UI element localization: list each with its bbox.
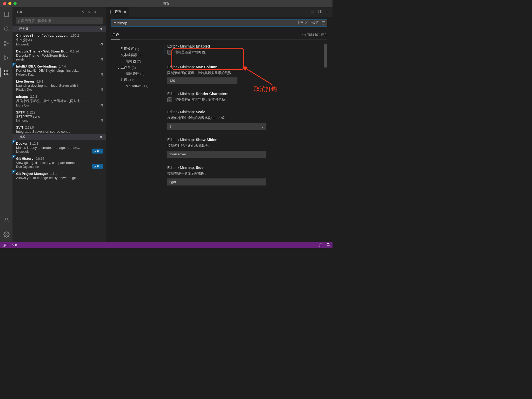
- toc-item[interactable]: 缩略图 (7): [111, 58, 163, 64]
- extension-version: 1.4.4: [59, 65, 66, 68]
- extension-version: 2.13.5: [25, 126, 34, 129]
- more-icon[interactable]: ···: [100, 10, 102, 14]
- svg-point-0: [4, 27, 8, 30]
- manage-extension-icon[interactable]: ⚙: [100, 134, 103, 134]
- svg-point-3: [8, 43, 9, 44]
- maximize-window-icon[interactable]: [14, 2, 17, 5]
- extension-item[interactable]: minapp2.2.2微信小程序标签、属性的智能补全（同时支...Mora Qi…: [12, 93, 106, 109]
- run-debug-icon[interactable]: [0, 53, 13, 63]
- feedback-icon[interactable]: [319, 243, 323, 248]
- toc-item[interactable]: Markdown (11): [111, 83, 163, 89]
- manage-extension-icon[interactable]: ⚙: [100, 103, 103, 107]
- extension-name: SVN: [16, 125, 23, 129]
- svg-rect-5: [4, 70, 6, 72]
- setting-minimap-render-characters: Editor › Minimap: Render Characters 渲染每行…: [163, 92, 322, 102]
- refresh-icon[interactable]: ↻: [88, 10, 91, 14]
- notifications-icon[interactable]: [326, 243, 330, 248]
- extension-publisher: Chris Johnston: [16, 134, 103, 134]
- settings-toc: 常用设置 (1)⌄文本编辑器 (8)缩略图 (7)⌄工作台 (2)编辑管理 (2…: [111, 44, 163, 242]
- window-controls: [0, 2, 17, 5]
- input-max-column[interactable]: [167, 77, 237, 84]
- extension-search-input[interactable]: [16, 17, 103, 24]
- search-icon[interactable]: [0, 24, 13, 34]
- extension-version: 2.2.2: [30, 95, 37, 98]
- extension-item[interactable]: IntelliJ IDEA Keybindings1.4.4Port of In…: [12, 63, 106, 78]
- manage-extension-icon[interactable]: ⚙: [100, 57, 103, 61]
- scrollbar[interactable]: [324, 44, 327, 68]
- filter-icon[interactable]: ▽: [82, 10, 84, 14]
- select-show-slider[interactable]: mouseover⌄: [167, 151, 266, 158]
- extension-description: 中文(简体): [16, 38, 103, 42]
- close-window-icon[interactable]: [3, 2, 6, 5]
- extension-item[interactable]: Darcula Theme - WebStorm Ed...0.1.24Darc…: [12, 48, 106, 63]
- chevron-down-icon: ⌄: [117, 78, 119, 82]
- svg-point-11: [110, 11, 111, 12]
- extension-description: Darcula Theme - WebStorm Edition: [16, 54, 103, 57]
- select-side[interactable]: right⌄: [167, 178, 266, 185]
- minimize-window-icon[interactable]: [8, 2, 11, 5]
- status-warnings[interactable]: ⚠ 0: [11, 243, 17, 247]
- install-button[interactable]: 安装 ▾: [92, 164, 103, 169]
- extension-name: Live Server: [16, 79, 34, 83]
- extension-version: 1.12.9: [27, 111, 35, 114]
- svg-rect-14: [320, 10, 322, 13]
- extension-item[interactable]: Git History0.6.16View git log, file hist…: [12, 155, 106, 170]
- settings-filter-icon[interactable]: ☰: [321, 21, 325, 25]
- clear-icon[interactable]: ≡: [94, 10, 96, 14]
- select-scale[interactable]: 1⌄: [167, 123, 266, 130]
- settings-search-input[interactable]: [114, 21, 298, 25]
- toc-item[interactable]: 编辑管理 (2): [111, 71, 163, 77]
- section-recommended[interactable]: ⌄ 推荐 8: [12, 134, 106, 140]
- settings-gear-icon[interactable]: [0, 230, 13, 240]
- sidebar-title: 扩展: [16, 10, 22, 14]
- checkbox-enabled[interactable]: [167, 50, 172, 55]
- extension-item[interactable]: SFTP1.12.9SFTP/FTP syncliximomo⚙: [12, 109, 106, 124]
- extension-description: Port of IntelliJ IDEA Keybindings, inclu…: [16, 69, 103, 72]
- checkbox-render-characters[interactable]: [167, 97, 172, 102]
- scope-user-tab[interactable]: 用户: [111, 30, 120, 39]
- extension-item[interactable]: Live Server5.6.1Launch a development loc…: [12, 78, 106, 93]
- extension-description: SFTP/FTP sync: [16, 115, 103, 118]
- tab-bar: 设置 ✕ ···: [106, 7, 332, 17]
- settings-search[interactable]: 找到 22 个设置 ☰: [111, 19, 327, 27]
- extensions-icon[interactable]: [0, 68, 12, 77]
- extension-item[interactable]: SVN2.13.5Integrated Subversion source co…: [12, 124, 106, 134]
- tab-settings[interactable]: 设置 ✕: [106, 7, 129, 17]
- extension-version: 0.6.16: [35, 157, 44, 161]
- extension-description: Allows you to change easily between git …: [16, 176, 103, 180]
- explorer-icon[interactable]: [0, 9, 13, 19]
- manage-extension-icon[interactable]: ⚙: [100, 118, 103, 122]
- extension-description: Launch a development local Server with l…: [16, 84, 103, 88]
- open-settings-json-icon[interactable]: [310, 9, 315, 15]
- source-control-icon[interactable]: [0, 38, 13, 48]
- results-count: 找到 22 个设置: [298, 21, 319, 25]
- toc-item[interactable]: 常用设置 (1): [111, 46, 163, 52]
- svg-point-2: [4, 44, 6, 46]
- setting-minimap-enabled: Editor › Minimap: Enabled 控制是否显示缩略图。: [163, 44, 322, 55]
- activity-bar: [0, 7, 12, 242]
- install-button[interactable]: 安装 ▾: [92, 149, 103, 154]
- recommended-badge-icon: [12, 63, 17, 67]
- svg-rect-6: [4, 73, 6, 75]
- manage-extension-icon[interactable]: ⚙: [100, 72, 103, 76]
- manage-extension-icon[interactable]: ⚙: [100, 88, 103, 91]
- section-installed[interactable]: ⌄ 已安装 9: [12, 26, 106, 32]
- extension-name: Git Project Manager: [16, 172, 48, 176]
- toc-item[interactable]: ⌄文本编辑器 (8): [111, 52, 163, 58]
- extension-publisher: Keisuke Kato: [16, 73, 103, 76]
- account-icon[interactable]: [0, 215, 13, 225]
- status-errors[interactable]: ⓧ 0: [3, 243, 8, 248]
- extension-description: View git log, file history, compare bran…: [16, 161, 103, 165]
- toc-item[interactable]: ⌄扩展 (11): [111, 77, 163, 83]
- more-actions-icon[interactable]: ···: [326, 10, 329, 14]
- split-editor-icon[interactable]: [318, 9, 322, 15]
- extension-item[interactable]: Git Project Manager1.7.1Allows you to ch…: [12, 170, 106, 182]
- toc-item[interactable]: ⌄工作台 (2): [111, 64, 163, 71]
- close-tab-icon[interactable]: ✕: [124, 10, 127, 14]
- extension-name: Git History: [16, 157, 33, 161]
- status-bar: ⓧ 0 ⚠ 0: [0, 242, 332, 248]
- manage-extension-icon[interactable]: ⚙: [100, 42, 103, 46]
- extension-item[interactable]: Chinese (Simplified) Language...1.56.2中文…: [12, 32, 106, 48]
- svg-rect-7: [7, 73, 9, 75]
- extension-item[interactable]: Docker1.12.1Makes it easy to create, man…: [12, 140, 106, 155]
